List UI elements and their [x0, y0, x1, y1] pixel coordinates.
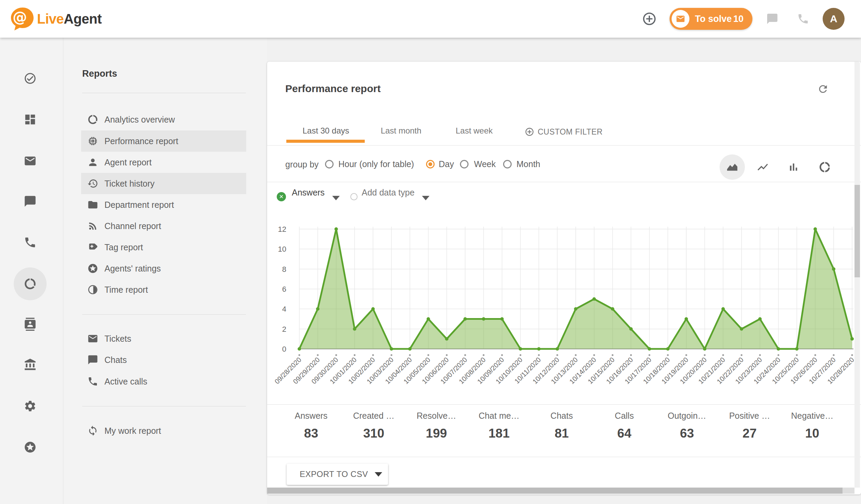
tab-last-30-days[interactable]: Last 30 days — [300, 126, 352, 138]
add-data-type-label: Add data type — [362, 188, 414, 198]
stat-chat-me: Chat me…181 — [468, 408, 531, 449]
reports-sidebar: Reports Analytics overviewPerformance re… — [61, 38, 267, 504]
svg-text:10: 10 — [278, 245, 286, 253]
stat-label: Answers — [280, 411, 342, 421]
sidebar-item-label: Agent report — [104, 152, 152, 173]
mail-icon — [672, 10, 689, 28]
sidebar-title: Reports — [82, 68, 117, 79]
sidebar-item-label: Department report — [104, 194, 174, 215]
stat-value: 64 — [593, 426, 656, 441]
contacts-icon[interactable] — [24, 318, 37, 331]
sidebar-item-agents-ratings[interactable]: Agents' ratings — [81, 258, 246, 279]
phone-icon[interactable] — [24, 236, 37, 249]
sidebar-item-label: My work report — [104, 420, 161, 441]
add-circle-icon — [525, 127, 534, 137]
stat-calls: Calls64 — [593, 408, 656, 449]
custom-filter-button[interactable]: CUSTOM FILTER — [525, 127, 603, 137]
sidebar-item-ticket-history[interactable]: Ticket history — [81, 173, 246, 194]
stat-value: 63 — [656, 426, 718, 441]
app-logo[interactable]: @ LiveAgent — [10, 7, 102, 31]
radio-label[interactable]: Day — [439, 159, 454, 169]
line-chart-icon[interactable] — [757, 161, 769, 173]
mail-icon — [87, 333, 98, 344]
stat-answers: Answers83 — [280, 408, 342, 449]
bank-icon[interactable] — [24, 358, 37, 371]
sidebar-item-active-calls[interactable]: Active calls — [81, 371, 246, 392]
pie-chart-icon[interactable] — [24, 277, 37, 290]
sidebar-item-chats[interactable]: Chats — [81, 349, 246, 370]
sidebar-item-tag-report[interactable]: Tag report — [81, 237, 246, 258]
sidebar-item-label: Tag report — [104, 237, 143, 258]
app-header: @ LiveAgent To solve 10 A — [0, 0, 861, 38]
radio-label[interactable]: Month — [516, 159, 540, 169]
divider — [82, 93, 246, 93]
sidebar-item-tickets[interactable]: Tickets — [81, 328, 246, 349]
dashboard-icon[interactable] — [24, 113, 37, 126]
bar-chart-icon[interactable] — [787, 161, 800, 173]
add-data-type-radio[interactable] — [350, 193, 358, 200]
stat-label: Chats — [531, 411, 593, 421]
donut-chart-icon[interactable] — [819, 161, 831, 173]
chevron-down-icon[interactable] — [422, 196, 429, 200]
svg-text:12: 12 — [278, 225, 286, 234]
stat-value: 10 — [781, 426, 844, 441]
tab-last-week[interactable]: Last week — [454, 126, 494, 138]
to-solve-button[interactable]: To solve 10 — [670, 8, 752, 30]
chevron-down-icon[interactable] — [332, 196, 340, 200]
stat-label: Chat me… — [468, 411, 531, 421]
export-to-csv-button[interactable]: EXPORT TO CSV — [287, 464, 388, 485]
radio-month[interactable] — [503, 160, 512, 168]
page-title: Performance report — [285, 83, 380, 94]
remove-series-icon[interactable]: ✕ — [277, 192, 286, 201]
stat-value: 27 — [718, 426, 781, 441]
stat-label: Calls — [593, 411, 656, 421]
analytics-icon — [87, 114, 98, 125]
divider — [82, 314, 246, 315]
chat-icon[interactable] — [24, 195, 37, 208]
radio-hour-only-for-table[interactable] — [325, 160, 334, 168]
radio-day[interactable] — [426, 160, 435, 168]
stat-negative: Negative…10 — [781, 408, 844, 449]
tag-plus-icon — [87, 242, 98, 253]
sidebar-item-time-report[interactable]: Time report — [81, 279, 246, 300]
nav-rail — [0, 38, 61, 504]
add-circle-icon[interactable] — [642, 11, 657, 26]
sidebar-item-label: Active calls — [104, 371, 147, 392]
stat-label: Resolve… — [405, 411, 468, 421]
phone-icon[interactable] — [797, 13, 809, 25]
stats-row: Answers83Created …310Resolve…199Chat me…… — [280, 408, 844, 449]
sidebar-item-agent-report[interactable]: Agent report — [81, 152, 246, 173]
svg-text:@: @ — [13, 9, 27, 26]
chat-icon[interactable] — [766, 13, 778, 25]
vertical-scrollbar-thumb[interactable] — [854, 185, 860, 277]
radio-label[interactable]: Hour (only for table) — [338, 159, 414, 169]
settings-icon[interactable] — [24, 400, 37, 413]
performance-report-card: Performance report Last 30 daysLast mont… — [267, 62, 861, 494]
refresh-icon[interactable] — [817, 83, 829, 95]
sidebar-item-performance-report[interactable]: Performance report — [81, 130, 246, 152]
radio-label[interactable]: Week — [474, 159, 496, 169]
svg-text:4: 4 — [282, 305, 286, 313]
sidebar-item-analytics-overview[interactable]: Analytics overview — [81, 109, 246, 130]
tab-last-month[interactable]: Last month — [379, 126, 423, 138]
logo-bubble-icon: @ — [10, 7, 34, 31]
stat-created: Created …310 — [342, 408, 405, 449]
stat-value: 83 — [280, 426, 342, 441]
chevron-down-icon — [375, 472, 382, 477]
divider — [267, 145, 861, 146]
sidebar-item-department-report[interactable]: Department report — [81, 194, 246, 215]
memory-icon — [87, 136, 98, 147]
stat-chats: Chats81 — [531, 408, 593, 449]
horizontal-scrollbar-thumb[interactable] — [267, 488, 843, 494]
check-circle-icon[interactable] — [24, 72, 37, 85]
radio-week[interactable] — [460, 160, 469, 168]
sidebar-item-my-work-report[interactable]: My work report — [81, 420, 246, 441]
avatar[interactable]: A — [823, 8, 845, 30]
mail-icon[interactable] — [24, 154, 37, 167]
area-chart-icon[interactable] — [726, 161, 738, 173]
star-circle-icon[interactable] — [24, 441, 37, 454]
rss-icon — [87, 220, 98, 231]
performance-chart: 09/28/202009/29/202009/30/202010/01/2020… — [267, 209, 861, 404]
svg-text:6: 6 — [282, 285, 286, 293]
sidebar-item-channel-report[interactable]: Channel report — [81, 215, 246, 237]
